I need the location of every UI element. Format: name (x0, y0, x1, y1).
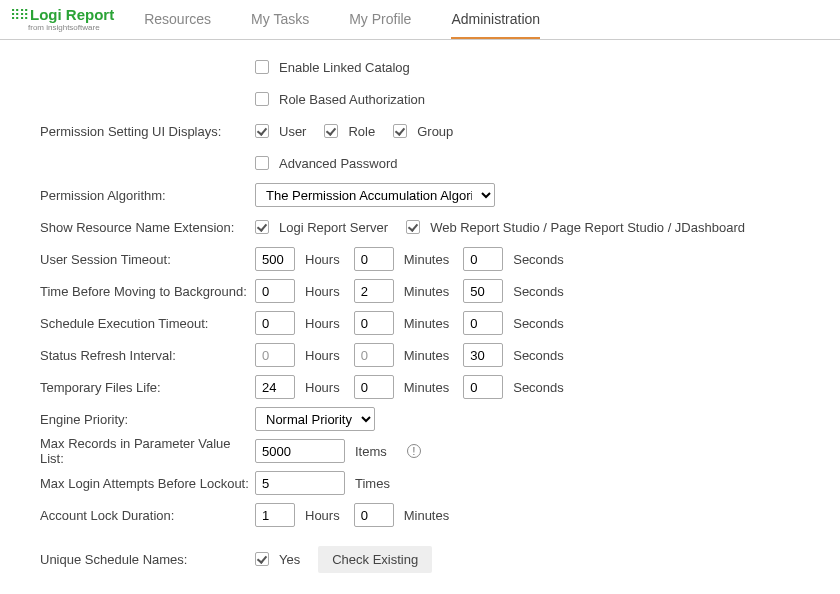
check-existing-button[interactable]: Check Existing (318, 546, 432, 573)
unique-schedule-checkbox[interactable] (255, 552, 269, 566)
max-login-label: Max Login Attempts Before Lockout: (40, 476, 255, 491)
permission-algorithm-label: Permission Algorithm: (40, 188, 255, 203)
role-based-auth-checkbox[interactable] (255, 92, 269, 106)
status-refresh-label: Status Refresh Interval: (40, 348, 255, 363)
sched-exec-label: Schedule Execution Timeout: (40, 316, 255, 331)
items-unit: Items (355, 444, 387, 459)
role-based-auth-label: Role Based Authorization (279, 92, 425, 107)
movebg-minutes-input[interactable] (354, 279, 394, 303)
web-studio-checkbox[interactable] (406, 220, 420, 234)
temp-minutes-input[interactable] (354, 375, 394, 399)
movebg-seconds-input[interactable] (463, 279, 503, 303)
tab-administration[interactable]: Administration (451, 1, 540, 39)
max-login-input[interactable] (255, 471, 345, 495)
status-seconds-input[interactable] (463, 343, 503, 367)
brand-name: Logi Report (30, 6, 114, 23)
session-seconds-input[interactable] (463, 247, 503, 271)
move-bg-label: Time Before Moving to Background: (40, 284, 255, 299)
engine-priority-select[interactable]: Normal Priority (255, 407, 375, 431)
unique-schedule-label: Unique Schedule Names: (40, 552, 255, 567)
main-tabs: Resources My Tasks My Profile Administra… (144, 1, 540, 39)
perm-role-label: Role (348, 124, 375, 139)
show-resource-ext-label: Show Resource Name Extension: (40, 220, 255, 235)
advanced-password-label: Advanced Password (279, 156, 398, 171)
session-minutes-input[interactable] (354, 247, 394, 271)
perm-role-checkbox[interactable] (324, 124, 338, 138)
brand-logo: ⠿⠿Logi Report from insightsoftware (10, 7, 114, 32)
unique-schedule-yes-label: Yes (279, 552, 300, 567)
perm-group-checkbox[interactable] (393, 124, 407, 138)
engine-priority-label: Engine Priority: (40, 412, 255, 427)
perm-user-checkbox[interactable] (255, 124, 269, 138)
web-studio-label: Web Report Studio / Page Report Studio /… (430, 220, 745, 235)
enable-linked-catalog-label: Enable Linked Catalog (279, 60, 410, 75)
topbar: ⠿⠿Logi Report from insightsoftware Resou… (0, 0, 840, 40)
enable-linked-catalog-checkbox[interactable] (255, 60, 269, 74)
lock-duration-label: Account Lock Duration: (40, 508, 255, 523)
advanced-password-checkbox[interactable] (255, 156, 269, 170)
status-hours-input[interactable] (255, 343, 295, 367)
hours-unit: Hours (305, 252, 340, 267)
session-timeout-label: User Session Timeout: (40, 252, 255, 267)
permission-algorithm-select[interactable]: The Permission Accumulation Algorithm (255, 183, 495, 207)
tab-my-tasks[interactable]: My Tasks (251, 1, 309, 39)
temp-files-label: Temporary Files Life: (40, 380, 255, 395)
perm-user-label: User (279, 124, 306, 139)
sched-seconds-input[interactable] (463, 311, 503, 335)
times-unit: Times (355, 476, 390, 491)
temp-seconds-input[interactable] (463, 375, 503, 399)
minutes-unit: Minutes (404, 252, 450, 267)
lock-hours-input[interactable] (255, 503, 295, 527)
tab-resources[interactable]: Resources (144, 1, 211, 39)
status-minutes-input[interactable] (354, 343, 394, 367)
info-icon[interactable]: ! (407, 444, 421, 458)
lock-minutes-input[interactable] (354, 503, 394, 527)
session-hours-input[interactable] (255, 247, 295, 271)
logi-server-label: Logi Report Server (279, 220, 388, 235)
logi-server-checkbox[interactable] (255, 220, 269, 234)
brand-sub: from insightsoftware (28, 24, 100, 32)
tab-my-profile[interactable]: My Profile (349, 1, 411, 39)
max-records-input[interactable] (255, 439, 345, 463)
settings-form: Enable Linked Catalog Role Based Authori… (0, 40, 840, 594)
max-records-label: Max Records in Parameter Value List: (40, 436, 255, 466)
perm-group-label: Group (417, 124, 453, 139)
movebg-hours-input[interactable] (255, 279, 295, 303)
sched-hours-input[interactable] (255, 311, 295, 335)
temp-hours-input[interactable] (255, 375, 295, 399)
seconds-unit: Seconds (513, 252, 564, 267)
sched-minutes-input[interactable] (354, 311, 394, 335)
permission-ui-label: Permission Setting UI Displays: (40, 124, 255, 139)
